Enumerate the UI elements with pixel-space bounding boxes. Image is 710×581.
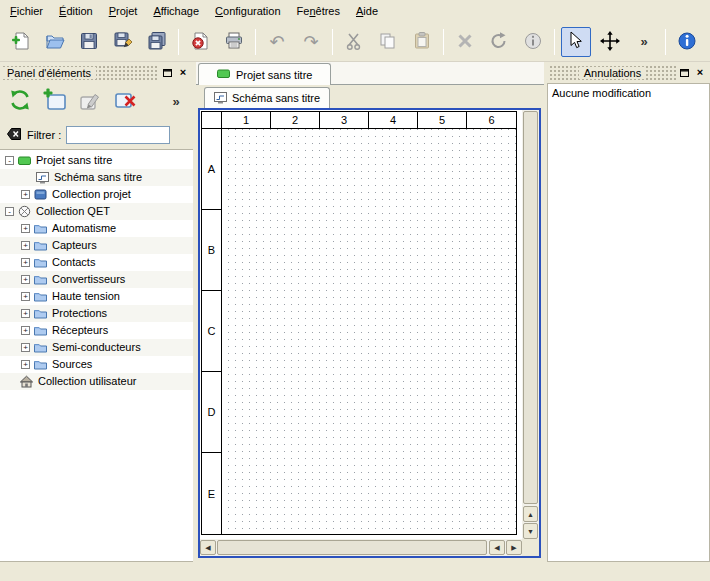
- vertical-scrollbar[interactable]: ▲ ▼: [522, 110, 539, 539]
- tab-schema-sans-titre[interactable]: Schéma sans titre: [204, 87, 330, 108]
- move-cross-icon: [600, 31, 620, 53]
- reload-collections-button[interactable]: [4, 85, 36, 117]
- chevron-right-icon: »: [640, 34, 647, 49]
- dock-float-button[interactable]: [676, 65, 692, 80]
- tree-item-collection-utilisateur[interactable]: Collection utilisateur: [0, 373, 193, 390]
- delete-x-icon: [455, 31, 475, 53]
- tree-item-protections[interactable]: + Protections: [0, 305, 193, 322]
- undo-button[interactable]: ↶: [262, 27, 292, 57]
- collapse-icon[interactable]: -: [5, 207, 14, 216]
- save-all-icon: [147, 31, 167, 53]
- save-as-button[interactable]: [108, 27, 138, 57]
- expand-icon[interactable]: +: [21, 343, 30, 352]
- tree-item-label: Convertisseurs: [52, 271, 125, 288]
- cut-button[interactable]: [339, 27, 369, 57]
- folder-icon: [34, 222, 48, 235]
- tree-item-projet-sans-titre[interactable]: - Projet sans titre: [0, 152, 193, 169]
- tree-item-contacts[interactable]: + Contacts: [0, 254, 193, 271]
- rotate-button[interactable]: [484, 27, 514, 57]
- scrollbar-thumb[interactable]: [523, 111, 538, 504]
- cut-icon: [344, 31, 364, 53]
- save-button[interactable]: [74, 27, 104, 57]
- diagram-tab-label: Schéma sans titre: [232, 92, 320, 104]
- dock-close-button[interactable]: ×: [692, 65, 708, 80]
- project-tab-bar: Projet sans titre: [196, 62, 544, 85]
- redo-button[interactable]: ↷: [296, 27, 326, 57]
- paste-button[interactable]: [407, 27, 437, 57]
- tree-item-sources[interactable]: + Sources: [0, 356, 193, 373]
- save-all-button[interactable]: [142, 27, 172, 57]
- menu-configuration[interactable]: Configuration: [207, 1, 288, 21]
- move-mode-button[interactable]: [595, 27, 625, 57]
- tree-item-semi-conducteurs[interactable]: + Semi-conducteurs: [0, 339, 193, 356]
- expand-icon[interactable]: +: [21, 360, 30, 369]
- new-element-button[interactable]: [39, 85, 71, 117]
- folder-icon: [34, 341, 48, 354]
- expand-icon[interactable]: +: [21, 241, 30, 250]
- elements-panel-dock: Panel d'éléments ×: [0, 62, 193, 562]
- scroll-right-button[interactable]: ▶: [506, 540, 522, 555]
- info-button[interactable]: [518, 27, 548, 57]
- clear-filter-button[interactable]: [6, 126, 22, 144]
- redo-icon: ↷: [303, 33, 318, 51]
- tree-item-label: Capteurs: [52, 237, 97, 254]
- column-header-5: 5: [418, 112, 467, 128]
- menu-projet[interactable]: Projet: [101, 1, 146, 21]
- scroll-down-button[interactable]: ▼: [523, 523, 538, 539]
- tab-projet-sans-titre[interactable]: Projet sans titre: [198, 63, 331, 85]
- menu-affichage[interactable]: Affichage: [145, 1, 207, 21]
- elements-dock-titlebar[interactable]: Panel d'éléments ×: [2, 64, 191, 81]
- tree-item-convertisseurs[interactable]: + Convertisseurs: [0, 271, 193, 288]
- menu-fichier[interactable]: Fichier: [2, 1, 51, 21]
- tree-item-collection-projet[interactable]: + Collection projet: [0, 186, 193, 203]
- menu-edition[interactable]: Édition: [51, 1, 101, 21]
- new-project-button[interactable]: [6, 27, 36, 57]
- tree-item-recepteurs[interactable]: + Récepteurs: [0, 322, 193, 339]
- row-header-a: A: [202, 129, 221, 210]
- select-mode-button[interactable]: [561, 27, 591, 57]
- scroll-left-button[interactable]: ◀: [200, 540, 216, 555]
- column-header-4: 4: [369, 112, 418, 128]
- folder-icon: [34, 290, 48, 303]
- close-icon: ×: [697, 67, 703, 78]
- print-button[interactable]: [219, 27, 249, 57]
- expand-icon[interactable]: +: [21, 275, 30, 284]
- dock-close-button[interactable]: ×: [175, 65, 191, 80]
- close-file-button[interactable]: [185, 27, 215, 57]
- menu-fenetres[interactable]: Fenêtres: [289, 1, 348, 21]
- scroll-up-button[interactable]: ▲: [523, 506, 538, 522]
- expand-icon[interactable]: +: [21, 224, 30, 233]
- scrollbar-thumb[interactable]: [217, 540, 487, 555]
- toolbar-extension-button[interactable]: »: [629, 27, 659, 57]
- open-project-button[interactable]: [40, 27, 70, 57]
- expand-icon[interactable]: +: [21, 292, 30, 301]
- expand-icon[interactable]: +: [21, 309, 30, 318]
- toolbar-separator: [255, 29, 256, 55]
- tree-item-capteurs[interactable]: + Capteurs: [0, 237, 193, 254]
- collapse-icon[interactable]: -: [5, 156, 14, 165]
- project-collection-icon: [34, 188, 48, 201]
- tree-item-haute-tension[interactable]: + Haute tension: [0, 288, 193, 305]
- dock-toolbar-extension-button[interactable]: »: [166, 85, 186, 117]
- toolbar-extension-button-right[interactable]: »: [706, 27, 710, 57]
- expand-icon[interactable]: +: [21, 190, 30, 199]
- tree-item-collection-qet[interactable]: - Collection QET: [0, 203, 193, 220]
- edit-element-button[interactable]: [74, 85, 106, 117]
- tree-item-automatisme[interactable]: + Automatisme: [0, 220, 193, 237]
- dock-float-button[interactable]: [159, 65, 175, 80]
- delete-button[interactable]: [450, 27, 480, 57]
- undo-dock-titlebar[interactable]: Annulations ×: [549, 64, 708, 81]
- undo-list-item[interactable]: Aucune modification: [548, 84, 709, 102]
- filter-input[interactable]: [66, 126, 170, 144]
- diagram-canvas[interactable]: [222, 129, 516, 534]
- expand-icon[interactable]: +: [21, 258, 30, 267]
- delete-element-button[interactable]: [109, 85, 141, 117]
- menu-aide[interactable]: Aide: [348, 1, 386, 21]
- copy-button[interactable]: [373, 27, 403, 57]
- arrow-up-icon: ▲: [527, 511, 534, 518]
- expand-icon[interactable]: +: [21, 326, 30, 335]
- about-button[interactable]: [672, 27, 702, 57]
- scroll-left-button[interactable]: ◀: [489, 540, 505, 555]
- tree-item-schema-sans-titre[interactable]: Schéma sans titre: [0, 169, 193, 186]
- horizontal-scrollbar[interactable]: ◀ ◀ ▶: [200, 539, 522, 556]
